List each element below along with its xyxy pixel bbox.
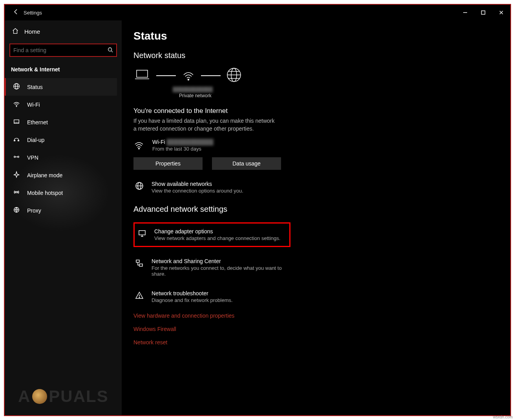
airplane-icon [13, 171, 20, 179]
proxy-icon [13, 206, 20, 215]
diagram-connector [156, 75, 176, 76]
sidebar-item-dialup[interactable]: Dial-up [5, 131, 117, 149]
svg-rect-21 [139, 264, 142, 266]
sidebar-home[interactable]: Home [9, 24, 117, 40]
home-label: Home [24, 28, 40, 35]
svg-point-4 [16, 106, 16, 107]
sidebar: Home Network & Internet Status [5, 20, 122, 415]
option-title: Network troubleshooter [152, 290, 233, 296]
globe-icon [226, 67, 242, 84]
search-box[interactable] [9, 44, 117, 57]
sidebar-category: Network & Internet [9, 64, 117, 78]
svg-rect-12 [137, 70, 148, 77]
network-sharing-center[interactable]: Network and Sharing Center For the netwo… [133, 256, 290, 279]
maximize-button[interactable] [474, 5, 492, 20]
svg-rect-7 [18, 140, 19, 141]
network-troubleshooter[interactable]: Network troubleshooter Diagnose and fix … [133, 288, 290, 305]
network-status-heading: Network status [133, 51, 499, 60]
connection-row: Wi-Fi████████████ From the last 30 days [133, 139, 499, 152]
search-input[interactable] [13, 47, 108, 53]
home-icon [12, 27, 19, 36]
svg-point-10 [16, 191, 17, 193]
monitor-icon [138, 229, 146, 239]
svg-rect-19 [139, 231, 145, 235]
watermark: APUALS [18, 387, 109, 406]
svg-point-1 [108, 47, 112, 51]
svg-point-9 [18, 156, 19, 158]
sidebar-item-label: Wi-Fi [27, 102, 40, 108]
source-watermark: wsxdn.com [493, 415, 513, 419]
wifi-icon [181, 68, 195, 84]
ethernet-icon [13, 118, 20, 126]
vpn-icon [13, 153, 20, 162]
connection-name: Wi-Fi████████████ [152, 139, 214, 145]
hotspot-icon [13, 189, 20, 197]
svg-point-13 [188, 79, 189, 80]
svg-point-16 [139, 148, 139, 149]
window-title: Settings [24, 10, 456, 16]
main-content: Status Network status ████████████ [122, 20, 510, 415]
network-name-blurred: ████████████ [133, 87, 499, 92]
data-usage-button[interactable]: Data usage [212, 157, 281, 170]
option-title: Change adapter options [154, 228, 280, 235]
sidebar-item-label: VPN [27, 155, 38, 161]
sidebar-item-vpn[interactable]: VPN [5, 149, 117, 166]
minimize-button[interactable] [456, 5, 474, 20]
network-type-label: Private network [133, 93, 499, 98]
titlebar: Settings [5, 5, 510, 20]
sidebar-item-airplane[interactable]: Airplane mode [5, 166, 117, 184]
link-windows-firewall[interactable]: Windows Firewall [133, 326, 499, 332]
sidebar-item-label: Proxy [27, 207, 41, 214]
dialup-icon [13, 136, 20, 144]
page-title: Status [133, 30, 499, 42]
svg-rect-6 [14, 140, 15, 141]
network-diagram [133, 67, 499, 84]
svg-rect-20 [136, 260, 139, 262]
back-button[interactable] [8, 9, 24, 16]
sidebar-item-label: Ethernet [27, 119, 48, 125]
sidebar-item-ethernet[interactable]: Ethernet [5, 113, 117, 131]
warning-icon [135, 291, 144, 301]
link-network-reset[interactable]: Network reset [133, 339, 499, 345]
link-hardware-properties[interactable]: View hardware and connection properties [133, 313, 499, 319]
sidebar-item-label: Mobile hotspot [27, 190, 63, 196]
sidebar-item-hotspot[interactable]: Mobile hotspot [5, 184, 117, 202]
sidebar-item-proxy[interactable]: Proxy [5, 202, 117, 219]
wifi-icon [133, 139, 144, 152]
sidebar-item-label: Airplane mode [27, 172, 62, 178]
option-desc: View the connection options around you. [152, 188, 243, 194]
globe-icon [135, 182, 144, 192]
change-adapter-options[interactable]: Change adapter options View network adap… [133, 222, 290, 247]
connected-sub: If you have a limited data plan, you can… [133, 117, 275, 133]
option-desc: For the networks you connect to, decide … [152, 265, 289, 277]
show-available-networks[interactable]: Show available networks View the connect… [133, 178, 290, 196]
connected-heading: You're connected to the Internet [133, 107, 499, 115]
sidebar-item-status[interactable]: Status [5, 78, 117, 96]
advanced-heading: Advanced network settings [133, 205, 499, 214]
diagram-connector [201, 75, 221, 76]
svg-rect-0 [482, 11, 485, 15]
connection-since: From the last 30 days [152, 146, 214, 152]
option-desc: View network adapters and change connect… [154, 235, 280, 241]
option-desc: Diagnose and fix network problems. [152, 297, 233, 303]
wifi-icon [13, 100, 20, 109]
close-button[interactable] [492, 5, 510, 20]
sharing-icon [135, 259, 144, 269]
search-icon [108, 47, 113, 54]
laptop-icon [133, 68, 151, 84]
sidebar-item-wifi[interactable]: Wi-Fi [5, 96, 117, 113]
sidebar-item-label: Status [27, 84, 43, 90]
properties-button[interactable]: Properties [133, 157, 203, 170]
svg-point-22 [139, 297, 140, 298]
globe-icon [13, 83, 20, 91]
sidebar-item-label: Dial-up [27, 137, 44, 143]
option-title: Network and Sharing Center [152, 258, 289, 264]
svg-point-8 [14, 156, 16, 158]
option-title: Show available networks [152, 181, 243, 187]
